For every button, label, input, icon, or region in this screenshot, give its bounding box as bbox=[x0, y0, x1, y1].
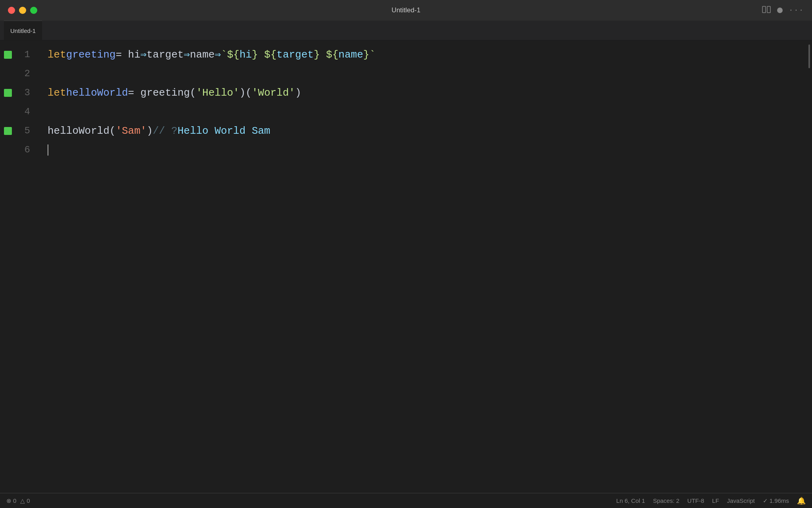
svg-rect-1 bbox=[767, 6, 770, 13]
status-left: ⊗ 0 △ 0 bbox=[6, 497, 30, 504]
line-number-1: 1 bbox=[16, 45, 40, 64]
title-bar: Untitled-1 ··· bbox=[0, 0, 812, 21]
tab-bar: Untitled-1 bbox=[0, 21, 812, 40]
code-line-3[interactable]: 3let helloWorld = greeting('Hello')('Wor… bbox=[0, 83, 806, 102]
minimize-button[interactable] bbox=[19, 7, 26, 14]
split-editor-icon[interactable] bbox=[762, 6, 771, 15]
code-content-3: let helloWorld = greeting('Hello')('Worl… bbox=[40, 83, 301, 102]
title-bar-actions: ··· bbox=[762, 6, 804, 15]
code-line-5[interactable]: 5helloWorld('Sam') // ? Hello World Sam bbox=[0, 121, 806, 140]
close-button[interactable] bbox=[8, 7, 15, 14]
window-title: Untitled-1 bbox=[392, 6, 421, 14]
tab-label: Untitled-1 bbox=[10, 27, 36, 34]
code-line-4[interactable]: 4 bbox=[0, 102, 806, 121]
code-content-5: helloWorld('Sam') // ? Hello World Sam bbox=[40, 121, 270, 140]
breakpoint-indicator bbox=[4, 127, 12, 135]
gutter-dot-1 bbox=[0, 51, 16, 59]
scrollbar-track[interactable] bbox=[806, 40, 812, 493]
more-options-icon[interactable]: ··· bbox=[789, 6, 804, 14]
tab-untitled-1[interactable]: Untitled-1 bbox=[4, 21, 42, 40]
editor-container: 1let greeting = hi ⇒ target ⇒ name ⇒ `${… bbox=[0, 40, 812, 493]
error-count[interactable]: ⊗ 0 △ 0 bbox=[6, 497, 30, 504]
breakpoint-indicator bbox=[4, 51, 12, 59]
line-number-4: 4 bbox=[16, 102, 40, 121]
warning-count-label: 0 bbox=[27, 497, 30, 504]
encoding[interactable]: UTF-8 bbox=[688, 497, 705, 504]
code-line-2[interactable]: 2 bbox=[0, 64, 806, 83]
code-line-1[interactable]: 1let greeting = hi ⇒ target ⇒ name ⇒ `${… bbox=[0, 45, 806, 64]
maximize-button[interactable] bbox=[30, 7, 37, 14]
line-number-6: 6 bbox=[16, 140, 40, 160]
line-number-3: 3 bbox=[16, 83, 40, 102]
code-content-1: let greeting = hi ⇒ target ⇒ name ⇒ `${h… bbox=[40, 45, 375, 64]
dot-icon bbox=[777, 8, 783, 13]
notification-icon[interactable]: 🔔 bbox=[797, 496, 806, 505]
window-controls bbox=[8, 7, 37, 14]
gutter-dot-3 bbox=[0, 89, 16, 97]
line-number-5: 5 bbox=[16, 121, 40, 140]
scrollbar-thumb bbox=[808, 44, 810, 68]
code-content-6 bbox=[40, 144, 48, 156]
svg-rect-0 bbox=[762, 6, 766, 13]
cursor-position[interactable]: Ln 6, Col 1 bbox=[616, 497, 645, 504]
status-bar: ⊗ 0 △ 0 Ln 6, Col 1 Spaces: 2 UTF-8 LF J… bbox=[0, 493, 812, 508]
spaces-setting[interactable]: Spaces: 2 bbox=[653, 497, 680, 504]
code-line-6[interactable]: 6 bbox=[0, 140, 806, 160]
editor-main[interactable]: 1let greeting = hi ⇒ target ⇒ name ⇒ `${… bbox=[0, 40, 806, 493]
gutter-dot-5 bbox=[0, 127, 16, 135]
breakpoint-indicator bbox=[4, 89, 12, 97]
language-mode[interactable]: JavaScript bbox=[727, 497, 755, 504]
error-count-label: 0 bbox=[13, 497, 16, 504]
line-number-2: 2 bbox=[16, 64, 40, 83]
timing: ✓ 1.96ms bbox=[763, 497, 789, 504]
text-cursor bbox=[48, 144, 48, 156]
status-right: Ln 6, Col 1 Spaces: 2 UTF-8 LF JavaScrip… bbox=[616, 496, 806, 505]
line-ending[interactable]: LF bbox=[712, 497, 719, 504]
